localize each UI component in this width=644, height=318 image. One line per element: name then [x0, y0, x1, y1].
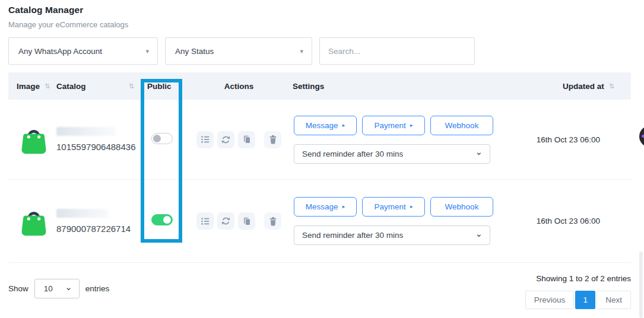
- updated-at-cell: 16th Oct 23 06:00: [499, 135, 631, 144]
- list-icon: [201, 135, 210, 144]
- entries-label: entries: [85, 284, 110, 293]
- caret-down-icon: ▾: [300, 47, 303, 55]
- caret-right-icon: ▸: [410, 123, 413, 128]
- reminder-select[interactable]: Send reminder after 30 mins ⌄: [294, 225, 490, 245]
- next-page-button[interactable]: Next: [597, 291, 631, 309]
- reminder-value: Send reminder after 30 mins: [302, 150, 403, 158]
- sync-catalog-button[interactable]: [217, 131, 234, 148]
- table-row: 1015597906488436: [8, 100, 631, 180]
- page-subtitle: Manage your eCommerce catalogs: [8, 20, 636, 29]
- settings-buttons: Message ▸ Payment ▸ Webhook: [294, 197, 499, 217]
- actions-cell: [190, 131, 288, 148]
- sync-catalog-button[interactable]: [217, 212, 234, 230]
- page-1-button[interactable]: 1: [575, 291, 595, 309]
- filter-bar: Any WhatsApp Account ▾ Any Status ▾: [8, 37, 636, 65]
- public-toggle[interactable]: [151, 133, 173, 144]
- delete-catalog-button[interactable]: [264, 212, 281, 230]
- webhook-button[interactable]: Webhook: [430, 197, 493, 217]
- pagination-area: Showing 1 to 2 of 2 entries Previous 1 N…: [525, 271, 631, 309]
- page-size-select[interactable]: 10 ⌄: [34, 279, 80, 298]
- whatsapp-account-select[interactable]: Any WhatsApp Account ▾: [8, 37, 158, 65]
- catalog-id: 879000787226714: [56, 224, 142, 234]
- delete-catalog-button[interactable]: [264, 131, 281, 148]
- webhook-button[interactable]: Webhook: [430, 116, 493, 135]
- copy-catalog-button[interactable]: [238, 131, 255, 148]
- whatsapp-account-value: Any WhatsApp Account: [18, 47, 102, 56]
- shopping-bag-icon: [20, 122, 48, 154]
- refresh-icon: [221, 216, 231, 226]
- settings-cell: Message ▸ Payment ▸ Webhook Send reminde…: [288, 197, 499, 245]
- catalog-items-button[interactable]: [196, 131, 214, 148]
- page-size-control: Show 10 ⌄ entries: [8, 279, 109, 298]
- search-box: [319, 37, 475, 65]
- floating-widget-button[interactable]: [639, 126, 644, 147]
- settings-buttons: Message ▸ Payment ▸ Webhook: [294, 116, 499, 135]
- toggle-knob: [153, 135, 161, 142]
- caret-right-icon: ▸: [342, 123, 345, 128]
- catalog-id: 1015597906488436: [56, 142, 142, 152]
- show-label: Show: [8, 284, 28, 293]
- reminder-value: Send reminder after 30 mins: [302, 231, 403, 240]
- page-header: Catalog Manager Manage your eCommerce ca…: [0, 0, 644, 29]
- trash-icon: [268, 135, 278, 144]
- page-size-value: 10: [44, 284, 53, 293]
- entries-summary: Showing 1 to 2 of 2 entries: [536, 274, 631, 283]
- pagination: Previous 1 Next: [525, 291, 631, 309]
- settings-cell: Message ▸ Payment ▸ Webhook Send reminde…: [288, 116, 499, 164]
- redacted-catalog-name: [56, 127, 116, 136]
- catalog-name-cell: 1015597906488436: [56, 127, 142, 152]
- catalog-items-button[interactable]: [196, 212, 214, 230]
- column-header-actions: Actions: [190, 82, 288, 91]
- column-header-updated-at[interactable]: Updated at ⇅: [499, 82, 631, 91]
- sort-icon[interactable]: ⇅: [45, 82, 50, 90]
- caret-right-icon: ▸: [342, 204, 345, 209]
- public-toggle[interactable]: [151, 214, 173, 225]
- shopping-bag-icon: [20, 204, 48, 236]
- payment-button[interactable]: Payment ▸: [362, 197, 425, 217]
- payment-button[interactable]: Payment ▸: [362, 116, 425, 135]
- column-header-image[interactable]: Image ⇅: [8, 82, 56, 91]
- table-header-row: Image ⇅ Catalog ⇅ Public Actions Setting…: [8, 72, 631, 100]
- sort-icon[interactable]: ⇅: [609, 82, 614, 90]
- refresh-icon: [221, 135, 231, 145]
- page-title: Catalog Manager: [8, 5, 636, 15]
- scrollbar-thumb[interactable]: [639, 252, 643, 318]
- copy-icon: [242, 217, 252, 226]
- redacted-catalog-name: [56, 209, 109, 218]
- column-header-settings: Settings: [288, 82, 499, 91]
- column-header-catalog[interactable]: Catalog ⇅: [56, 82, 142, 91]
- toggle-knob: [163, 216, 171, 224]
- catalog-image-cell: [8, 122, 56, 157]
- public-cell: [142, 214, 190, 228]
- catalog-manager-page: Catalog Manager Manage your eCommerce ca…: [0, 0, 644, 318]
- catalog-table: Image ⇅ Catalog ⇅ Public Actions Setting…: [8, 72, 631, 263]
- column-header-public: Public: [142, 82, 190, 91]
- status-select[interactable]: Any Status ▾: [165, 37, 312, 65]
- sort-icon[interactable]: ⇅: [129, 82, 134, 90]
- actions-cell: [190, 212, 288, 230]
- copy-catalog-button[interactable]: [238, 212, 255, 230]
- public-cell: [142, 133, 190, 147]
- catalog-name-cell: 879000787226714: [56, 209, 142, 234]
- caret-right-icon: ▸: [410, 204, 413, 209]
- widget-logo-icon: [642, 135, 644, 138]
- updated-at-cell: 16th Oct 23 06:00: [499, 217, 631, 225]
- table-footer: Show 10 ⌄ entries Showing 1 to 2 of 2 en…: [8, 263, 631, 309]
- previous-page-button[interactable]: Previous: [525, 291, 575, 309]
- search-input[interactable]: [328, 47, 466, 56]
- catalog-image-cell: [8, 204, 56, 238]
- message-button[interactable]: Message ▸: [294, 197, 357, 217]
- reminder-select[interactable]: Send reminder after 30 mins ⌄: [294, 144, 490, 164]
- message-button[interactable]: Message ▸: [294, 116, 357, 135]
- caret-down-icon: ▾: [145, 47, 149, 55]
- trash-icon: [268, 217, 278, 226]
- copy-icon: [242, 135, 252, 144]
- status-value: Any Status: [175, 47, 214, 56]
- table-row: 879000787226714: [8, 180, 631, 263]
- list-icon: [201, 217, 210, 226]
